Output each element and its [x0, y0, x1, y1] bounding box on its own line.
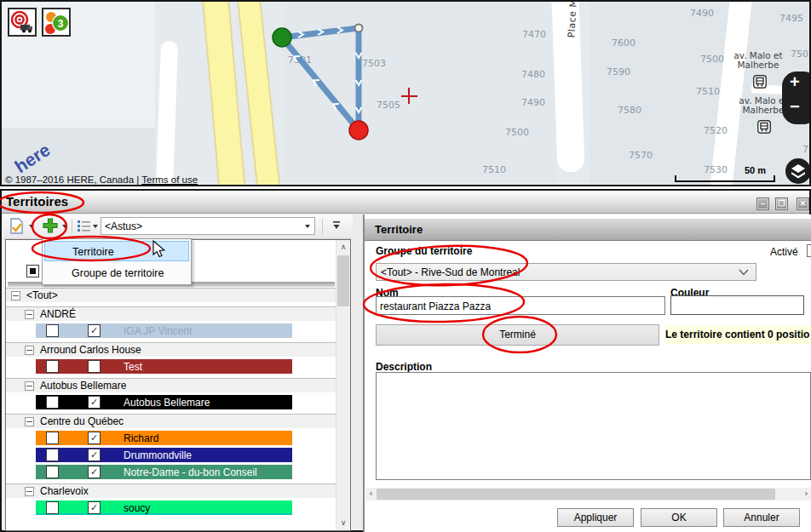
collapse-icon[interactable] [25, 346, 34, 355]
territory-name-input[interactable]: restaurant Piazza Pazza [376, 296, 665, 315]
territory-row[interactable]: ✓IGA JP Vincent [36, 323, 292, 338]
map-attribution: © 1987–2016 HERE, Canada | Terms of use [5, 174, 198, 185]
territory-checkbox-1[interactable] [46, 449, 59, 461]
territory-name: Test [124, 361, 142, 373]
color-swatch[interactable] [670, 295, 804, 315]
territory-detail-panel: Territoire Groupe du territoire Activé ✓… [363, 215, 811, 532]
zoom-out-button[interactable]: − [790, 97, 800, 117]
tree-group-header[interactable]: Arround Carlos House [6, 342, 336, 357]
territory-checkbox-1[interactable] [46, 432, 59, 444]
group-filter-combo[interactable]: <Astus> [101, 217, 315, 235]
territory-checkbox-1[interactable] [46, 396, 59, 409]
territory-toolbar: <Astus> [3, 215, 353, 239]
window-title: Territoires [6, 194, 68, 209]
territory-checkbox-2[interactable] [88, 360, 101, 373]
territory-name: IGA JP Vincent [124, 325, 192, 337]
apply-button[interactable]: Appliquer [557, 508, 634, 527]
add-dropdown-arrow[interactable] [62, 225, 67, 228]
toolbar-overflow-button[interactable] [331, 220, 342, 232]
tree-group-header[interactable]: Autobus Bellemare [6, 378, 336, 392]
territory-checkbox-2[interactable]: ✓ [88, 324, 101, 337]
territory-group-select[interactable]: <Tout> - Rive-Sud de Montreal [376, 263, 756, 281]
territory-checkbox-2[interactable]: ✓ [88, 449, 101, 461]
map-scale-bar [675, 175, 775, 182]
document-check-icon [9, 218, 26, 235]
collapse-icon[interactable] [25, 417, 34, 426]
add-menu: Territoire Groupe de territoire [42, 238, 192, 285]
detail-horizontal-scrollbar[interactable]: ‹ › [365, 488, 811, 501]
ok-button[interactable]: OK [641, 508, 717, 527]
plus-icon [42, 217, 59, 234]
territory-name: Drummondville [124, 449, 192, 461]
tree-group-header[interactable]: Centre du Québec [6, 414, 336, 428]
scroll-right-icon[interactable]: › [801, 488, 811, 501]
chevron-down-icon [739, 269, 749, 276]
add-button[interactable] [42, 217, 59, 234]
validate-button[interactable] [9, 218, 26, 235]
cancel-button[interactable]: Annuler [723, 508, 800, 527]
menu-item-groupe-de-territoire[interactable]: Groupe de territoire [44, 263, 189, 283]
description-label: Description [376, 361, 432, 373]
list-options-button[interactable] [77, 219, 91, 233]
window-titlebar[interactable]: Territoires – ❐ ✕ [2, 191, 809, 214]
panel-splitter[interactable] [353, 215, 363, 529]
terms-of-use-link[interactable]: Terms of use [141, 174, 198, 185]
select-all-checkbox[interactable] [26, 265, 39, 277]
scroll-up-icon[interactable]: ∧ [336, 240, 350, 255]
menu-item-territoire[interactable]: Territoire [44, 241, 189, 261]
done-button[interactable]: Terminé [376, 324, 659, 346]
territory-checkbox-1[interactable] [46, 501, 59, 514]
scroll-down-icon[interactable]: ∨ [336, 516, 350, 530]
maximize-button[interactable]: ❐ [775, 197, 788, 210]
scroll-left-icon[interactable]: ‹ [365, 488, 377, 501]
close-button[interactable]: ✕ [797, 197, 809, 210]
territory-name: Richard [124, 432, 158, 444]
group-name: Charlevoix [40, 485, 89, 497]
collapse-icon[interactable] [11, 291, 20, 300]
scrollbar-thumb[interactable] [337, 255, 349, 306]
territory-group-value: <Tout> - Rive-Sud de Montreal [381, 266, 520, 278]
territory-checkbox-1[interactable] [46, 360, 59, 373]
territory-row[interactable]: Test [36, 359, 292, 374]
map-view[interactable]: Place M 75017503750574707480749075007510… [0, 0, 811, 186]
group-label: Groupe du territoire [376, 245, 472, 257]
territory-checkbox-1[interactable] [46, 324, 59, 337]
territory-row[interactable]: ✓Richard [36, 431, 292, 445]
territory-polygon[interactable] [2, 2, 811, 186]
list-dropdown-arrow[interactable] [93, 225, 98, 228]
territory-name: Notre-Dame - du-bon Conseil [124, 466, 257, 478]
territory-checkbox-2[interactable]: ✓ [88, 466, 101, 478]
collapse-icon[interactable] [25, 310, 34, 319]
territory-row[interactable]: ✓Drummondville [36, 448, 292, 462]
group-name: Arround Carlos House [40, 344, 141, 356]
description-textarea[interactable] [376, 372, 811, 480]
tree-group-header[interactable]: ANDRÉ [6, 306, 336, 321]
territory-checkbox-1[interactable] [46, 466, 59, 478]
list-vertical-scrollbar[interactable]: ∧ ∨ [336, 240, 350, 530]
territory-row[interactable]: ✓Notre-Dame - du-bon Conseil [36, 465, 292, 479]
minimize-button[interactable]: – [756, 197, 769, 210]
territory-row[interactable]: ✓soucy [36, 501, 292, 515]
territory-checkbox-2[interactable]: ✓ [88, 501, 101, 514]
active-checkbox[interactable]: ✓ [807, 244, 811, 257]
zoom-in-button[interactable]: + [790, 72, 800, 92]
vehicle-cluster-button[interactable]: 3 [42, 8, 71, 37]
territory-checkbox-2[interactable]: ✓ [88, 396, 101, 409]
combo-dropdown-arrow[interactable] [305, 225, 310, 228]
group-name: <Tout> [26, 289, 58, 301]
poi-truck-button[interactable] [8, 8, 37, 37]
cluster-count-badge: 3 [58, 18, 64, 30]
zoom-control[interactable]: + − [782, 72, 811, 124]
tree-root-header[interactable]: <Tout> [6, 288, 336, 302]
layers-button[interactable] [785, 158, 811, 184]
territory-row[interactable]: ✓Autobus Bellemare [36, 395, 292, 409]
validate-dropdown-arrow[interactable] [29, 225, 34, 228]
layers-icon [785, 158, 811, 184]
tree-group-header[interactable]: Charlevoix [6, 483, 336, 498]
collapse-icon[interactable] [25, 487, 34, 496]
territory-checkbox-2[interactable]: ✓ [88, 432, 101, 444]
group-filter-value: <Astus> [105, 220, 142, 232]
polygon-end-point [349, 121, 368, 140]
scrollbar-thumb[interactable] [377, 489, 775, 500]
collapse-icon[interactable] [25, 381, 34, 391]
